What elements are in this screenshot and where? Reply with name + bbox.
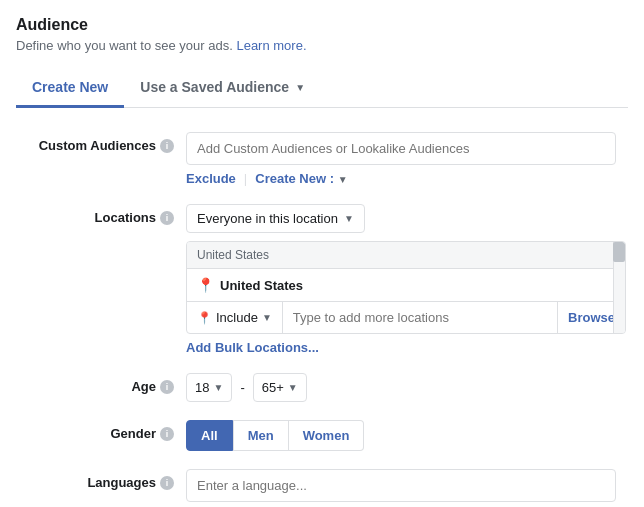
tab-dropdown-arrow: ▼ <box>295 82 305 93</box>
exclude-button[interactable]: Exclude <box>186 171 236 186</box>
page-title: Audience <box>16 16 628 34</box>
custom-audiences-row: Custom Audiences i Exclude | Create New … <box>16 132 628 186</box>
pin-icon: 📍 <box>197 277 214 293</box>
scroll-track[interactable] <box>613 242 625 333</box>
locations-row: Locations i Everyone in this location ▼ … <box>16 204 628 355</box>
create-new-arrow: ▼ <box>338 174 348 185</box>
custom-audiences-content: Exclude | Create New : ▼ <box>186 132 628 186</box>
page-subtitle: Define who you want to see your ads. Lea… <box>16 38 628 53</box>
gender-label: Gender i <box>16 420 186 441</box>
gender-info-icon[interactable]: i <box>160 427 174 441</box>
languages-row: Languages i <box>16 469 628 502</box>
locations-info-icon[interactable]: i <box>160 211 174 225</box>
age-max-arrow: ▼ <box>288 382 298 393</box>
include-pin-icon: 📍 <box>197 311 212 325</box>
scroll-thumb <box>613 242 625 262</box>
include-dropdown[interactable]: 📍 Include ▼ <box>187 302 283 333</box>
form: Custom Audiences i Exclude | Create New … <box>16 132 628 502</box>
location-header: United States <box>187 242 625 269</box>
exclude-create-row: Exclude | Create New : ▼ <box>186 171 628 186</box>
include-dropdown-arrow: ▼ <box>262 312 272 323</box>
gender-all-button[interactable]: All <box>186 420 233 451</box>
gender-content: All Men Women <box>186 420 628 451</box>
locations-content: Everyone in this location ▼ United State… <box>186 204 628 355</box>
location-box: United States 📍 United States 📍 Include … <box>186 241 626 334</box>
age-selects: 18 ▼ - 65+ ▼ <box>186 373 628 402</box>
gender-men-button[interactable]: Men <box>233 420 289 451</box>
location-dropdown-arrow: ▼ <box>344 213 354 224</box>
age-min-arrow: ▼ <box>213 382 223 393</box>
languages-input[interactable] <box>186 469 616 502</box>
languages-label: Languages i <box>16 469 186 490</box>
custom-audiences-label: Custom Audiences i <box>16 132 186 153</box>
gender-row: Gender i All Men Women <box>16 420 628 451</box>
gender-buttons: All Men Women <box>186 420 628 451</box>
bulk-locations-link[interactable]: Add Bulk Locations... <box>186 340 319 355</box>
tabs-container: Create New Use a Saved Audience ▼ <box>16 69 628 108</box>
location-type-dropdown[interactable]: Everyone in this location ▼ <box>186 204 365 233</box>
age-dash: - <box>240 380 244 395</box>
create-new-button[interactable]: Create New : ▼ <box>255 171 347 186</box>
gender-women-button[interactable]: Women <box>289 420 365 451</box>
age-min-dropdown[interactable]: 18 ▼ <box>186 373 232 402</box>
tab-create-new[interactable]: Create New <box>16 69 124 108</box>
custom-audiences-input[interactable] <box>186 132 616 165</box>
age-content: 18 ▼ - 65+ ▼ <box>186 373 628 402</box>
tab-use-saved[interactable]: Use a Saved Audience ▼ <box>124 69 321 108</box>
age-row: Age i 18 ▼ - 65+ ▼ <box>16 373 628 402</box>
age-info-icon[interactable]: i <box>160 380 174 394</box>
locations-label: Locations i <box>16 204 186 225</box>
age-max-dropdown[interactable]: 65+ ▼ <box>253 373 307 402</box>
learn-more-link[interactable]: Learn more. <box>236 38 306 53</box>
bulk-locations: Add Bulk Locations... <box>186 340 628 355</box>
languages-info-icon[interactable]: i <box>160 476 174 490</box>
age-label: Age i <box>16 373 186 394</box>
location-search-input[interactable] <box>283 302 557 333</box>
location-input-row: 📍 Include ▼ Browse <box>187 301 625 333</box>
languages-content <box>186 469 628 502</box>
location-item: 📍 United States <box>187 269 625 301</box>
divider: | <box>244 171 247 186</box>
custom-audiences-info-icon[interactable]: i <box>160 139 174 153</box>
